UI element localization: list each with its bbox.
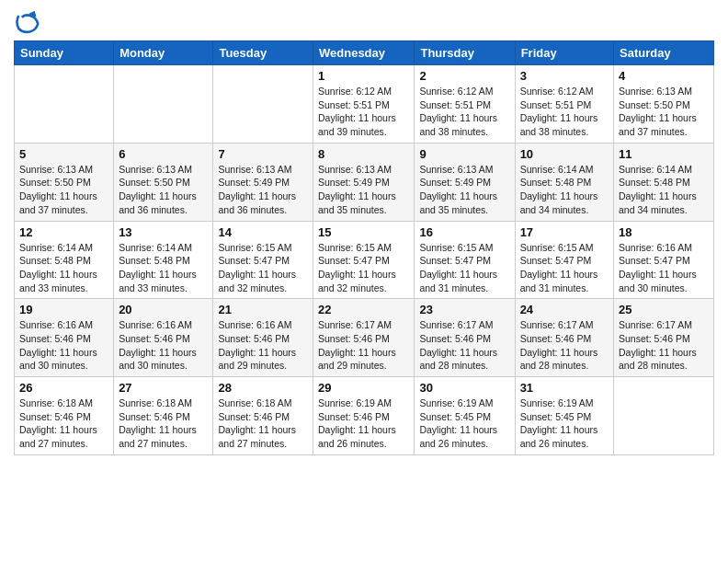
day-cell: 16Sunrise: 6:15 AMSunset: 5:47 PMDayligh… (415, 221, 515, 299)
weekday-header-friday: Friday (515, 41, 613, 65)
day-info: Sunrise: 6:12 AMSunset: 5:51 PMDaylight:… (419, 85, 509, 139)
week-row-4: 19Sunrise: 6:16 AMSunset: 5:46 PMDayligh… (15, 299, 714, 377)
weekday-header-wednesday: Wednesday (313, 41, 415, 65)
day-info: Sunrise: 6:15 AMSunset: 5:47 PMDaylight:… (520, 241, 609, 295)
day-number: 7 (218, 147, 308, 161)
day-info: Sunrise: 6:14 AMSunset: 5:48 PMDaylight:… (119, 241, 208, 295)
day-number: 15 (318, 225, 409, 239)
day-cell: 15Sunrise: 6:15 AMSunset: 5:47 PMDayligh… (313, 221, 415, 299)
day-info: Sunrise: 6:17 AMSunset: 5:46 PMDaylight:… (520, 318, 609, 373)
day-number: 21 (218, 303, 308, 316)
day-cell: 8Sunrise: 6:13 AMSunset: 5:49 PMDaylight… (313, 143, 415, 221)
day-info: Sunrise: 6:15 AMSunset: 5:47 PMDaylight:… (318, 241, 409, 295)
day-number: 19 (19, 303, 108, 316)
logo (14, 9, 43, 35)
day-cell: 25Sunrise: 6:17 AMSunset: 5:46 PMDayligh… (614, 299, 714, 377)
day-number: 17 (520, 225, 609, 239)
day-info: Sunrise: 6:13 AMSunset: 5:50 PMDaylight:… (119, 163, 208, 217)
day-number: 28 (218, 381, 308, 395)
day-cell (614, 377, 714, 455)
day-cell: 5Sunrise: 6:13 AMSunset: 5:50 PMDaylight… (15, 143, 114, 221)
day-number: 14 (218, 225, 308, 239)
day-cell: 6Sunrise: 6:13 AMSunset: 5:50 PMDaylight… (114, 143, 213, 221)
day-cell: 28Sunrise: 6:18 AMSunset: 5:46 PMDayligh… (213, 377, 313, 455)
day-info: Sunrise: 6:16 AMSunset: 5:47 PMDaylight:… (619, 241, 709, 295)
day-cell: 23Sunrise: 6:17 AMSunset: 5:46 PMDayligh… (415, 299, 515, 377)
day-info: Sunrise: 6:18 AMSunset: 5:46 PMDaylight:… (218, 396, 308, 451)
day-cell: 30Sunrise: 6:19 AMSunset: 5:45 PMDayligh… (415, 377, 515, 455)
day-info: Sunrise: 6:13 AMSunset: 5:49 PMDaylight:… (218, 163, 308, 217)
day-cell: 12Sunrise: 6:14 AMSunset: 5:48 PMDayligh… (15, 221, 114, 299)
day-number: 10 (520, 147, 609, 161)
day-number: 3 (520, 69, 609, 83)
day-info: Sunrise: 6:18 AMSunset: 5:46 PMDaylight:… (19, 396, 108, 451)
day-info: Sunrise: 6:14 AMSunset: 5:48 PMDaylight:… (520, 163, 609, 217)
day-cell: 17Sunrise: 6:15 AMSunset: 5:47 PMDayligh… (515, 221, 613, 299)
day-info: Sunrise: 6:17 AMSunset: 5:46 PMDaylight:… (619, 318, 709, 373)
header (14, 9, 714, 35)
day-number: 24 (520, 303, 609, 316)
weekday-header-row: SundayMondayTuesdayWednesdayThursdayFrid… (15, 41, 714, 65)
day-info: Sunrise: 6:16 AMSunset: 5:46 PMDaylight:… (119, 318, 208, 373)
day-info: Sunrise: 6:15 AMSunset: 5:47 PMDaylight:… (419, 241, 509, 295)
week-row-5: 26Sunrise: 6:18 AMSunset: 5:46 PMDayligh… (15, 377, 714, 455)
day-info: Sunrise: 6:16 AMSunset: 5:46 PMDaylight:… (218, 318, 308, 373)
day-cell: 7Sunrise: 6:13 AMSunset: 5:49 PMDaylight… (213, 143, 313, 221)
day-number: 6 (119, 147, 208, 161)
day-cell: 29Sunrise: 6:19 AMSunset: 5:46 PMDayligh… (313, 377, 415, 455)
calendar: SundayMondayTuesdayWednesdayThursdayFrid… (14, 40, 714, 455)
day-number: 12 (19, 225, 108, 239)
day-info: Sunrise: 6:15 AMSunset: 5:47 PMDaylight:… (218, 241, 308, 295)
day-cell: 13Sunrise: 6:14 AMSunset: 5:48 PMDayligh… (114, 221, 213, 299)
week-row-2: 5Sunrise: 6:13 AMSunset: 5:50 PMDaylight… (15, 143, 714, 221)
day-info: Sunrise: 6:18 AMSunset: 5:46 PMDaylight:… (119, 396, 208, 451)
day-number: 31 (520, 381, 609, 395)
day-cell: 20Sunrise: 6:16 AMSunset: 5:46 PMDayligh… (114, 299, 213, 377)
day-cell: 24Sunrise: 6:17 AMSunset: 5:46 PMDayligh… (515, 299, 613, 377)
day-info: Sunrise: 6:17 AMSunset: 5:46 PMDaylight:… (318, 318, 409, 373)
day-number: 27 (119, 381, 208, 395)
day-number: 22 (318, 303, 409, 316)
week-row-3: 12Sunrise: 6:14 AMSunset: 5:48 PMDayligh… (15, 221, 714, 299)
day-info: Sunrise: 6:13 AMSunset: 5:50 PMDaylight:… (19, 163, 108, 217)
day-number: 1 (318, 69, 409, 83)
day-number: 25 (619, 303, 709, 316)
day-number: 2 (419, 69, 509, 83)
week-row-1: 1Sunrise: 6:12 AMSunset: 5:51 PMDaylight… (15, 65, 714, 144)
day-number: 11 (619, 147, 709, 161)
day-info: Sunrise: 6:13 AMSunset: 5:50 PMDaylight:… (619, 85, 709, 139)
day-info: Sunrise: 6:19 AMSunset: 5:45 PMDaylight:… (520, 396, 609, 451)
day-cell: 3Sunrise: 6:12 AMSunset: 5:51 PMDaylight… (515, 65, 613, 144)
day-number: 23 (419, 303, 509, 316)
day-cell: 27Sunrise: 6:18 AMSunset: 5:46 PMDayligh… (114, 377, 213, 455)
day-number: 18 (619, 225, 709, 239)
day-cell: 22Sunrise: 6:17 AMSunset: 5:46 PMDayligh… (313, 299, 415, 377)
day-cell: 31Sunrise: 6:19 AMSunset: 5:45 PMDayligh… (515, 377, 613, 455)
day-cell: 19Sunrise: 6:16 AMSunset: 5:46 PMDayligh… (15, 299, 114, 377)
weekday-header-saturday: Saturday (614, 41, 714, 65)
day-cell: 1Sunrise: 6:12 AMSunset: 5:51 PMDaylight… (313, 65, 415, 144)
logo-icon (14, 9, 40, 35)
page: SundayMondayTuesdayWednesdayThursdayFrid… (0, 0, 728, 469)
day-number: 26 (19, 381, 108, 395)
weekday-header-thursday: Thursday (415, 41, 515, 65)
day-cell (213, 65, 313, 144)
day-info: Sunrise: 6:12 AMSunset: 5:51 PMDaylight:… (520, 85, 609, 139)
day-number: 20 (119, 303, 208, 316)
day-number: 9 (419, 147, 509, 161)
day-info: Sunrise: 6:14 AMSunset: 5:48 PMDaylight:… (19, 241, 108, 295)
day-cell: 21Sunrise: 6:16 AMSunset: 5:46 PMDayligh… (213, 299, 313, 377)
day-number: 13 (119, 225, 208, 239)
day-cell (114, 65, 213, 144)
day-cell: 18Sunrise: 6:16 AMSunset: 5:47 PMDayligh… (614, 221, 714, 299)
day-info: Sunrise: 6:16 AMSunset: 5:46 PMDaylight:… (19, 318, 108, 373)
day-number: 16 (419, 225, 509, 239)
day-cell: 26Sunrise: 6:18 AMSunset: 5:46 PMDayligh… (15, 377, 114, 455)
day-info: Sunrise: 6:19 AMSunset: 5:46 PMDaylight:… (318, 396, 409, 451)
day-number: 29 (318, 381, 409, 395)
day-cell: 9Sunrise: 6:13 AMSunset: 5:49 PMDaylight… (415, 143, 515, 221)
weekday-header-tuesday: Tuesday (213, 41, 313, 65)
day-info: Sunrise: 6:13 AMSunset: 5:49 PMDaylight:… (419, 163, 509, 217)
day-number: 30 (419, 381, 509, 395)
day-cell (15, 65, 114, 144)
